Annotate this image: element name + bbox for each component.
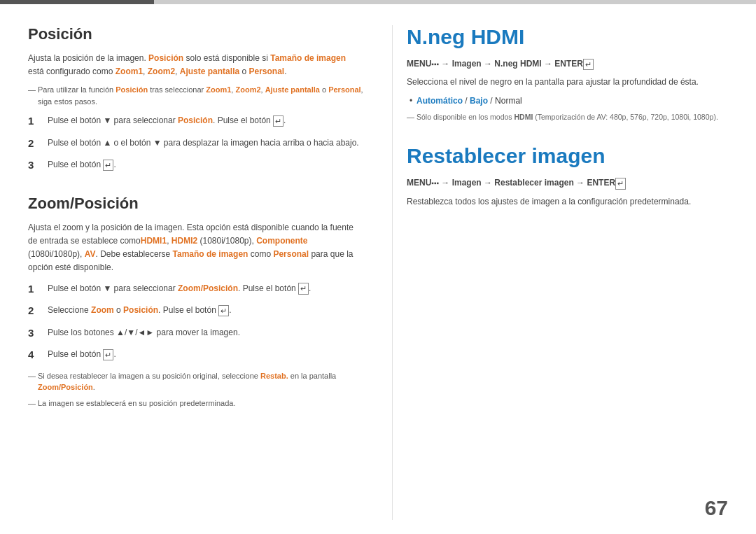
page-container: Posición Ajusta la posición de la imagen… (0, 0, 756, 534)
posicion-section: Posición Ajusta la posición de la imagen… (28, 25, 364, 174)
nneg-menu-line: MENU▪▪▪ → Imagen → N.neg HDMI → ENTER↵ (407, 59, 728, 70)
nneg-note: Sólo disponible en los modos HDMI (Tempo… (407, 111, 728, 123)
zoom-step-text-3: Pulse los botones ▲/▼/◄► para mover la i… (48, 326, 364, 339)
posicion-title: Posición (28, 25, 364, 43)
step-text-2: Pulse el botón ▲ o el botón ▼ para despl… (48, 136, 364, 149)
zoom-step-number-4: 4 (28, 347, 48, 363)
content-area: Posición Ajusta la posición de la imagen… (0, 4, 756, 534)
nneg-hdmi-section: N.neg HDMI MENU▪▪▪ → Imagen → N.neg HDMI… (407, 25, 728, 123)
posicion-note: Para utilizar la función Posición tras s… (28, 84, 364, 107)
step-number-1: 1 (28, 113, 48, 129)
posicion-step-2: 2 Pulse el botón ▲ o el botón ▼ para des… (28, 136, 364, 152)
zoom-step-2: 2 Seleccione Zoom o Posición. Pulse el b… (28, 304, 364, 319)
posicion-intro: Ajusta la posición de la imagen. Posició… (28, 52, 364, 78)
step-text-3: Pulse el botón ↵. (48, 158, 364, 171)
restablecer-description: Restablezca todos los ajustes de imagen … (407, 195, 728, 209)
zoom-step-3: 3 Pulse los botones ▲/▼/◄► para mover la… (28, 326, 364, 342)
step-text-1: Pulse el botón ▼ para seleccionar Posici… (48, 114, 364, 127)
zoom-step-number-3: 3 (28, 325, 48, 342)
restablecer-title: Restablecer imagen (407, 144, 728, 168)
zoom-note-1: Si desea restablecer la imagen a su posi… (28, 370, 364, 393)
zoom-step-number-2: 2 (28, 303, 48, 319)
step-number-2: 2 (28, 136, 48, 152)
nneg-options: Automático / Bajo / Normal (407, 94, 728, 107)
restablecer-section: Restablecer imagen MENU▪▪▪ → Imagen → Re… (407, 144, 728, 208)
posicion-step-3: 3 Pulse el botón ↵. (28, 158, 364, 174)
zoom-step-4: 4 Pulse el botón ↵. (28, 348, 364, 363)
zoom-step-text-4: Pulse el botón ↵. (48, 348, 364, 360)
zoom-posicion-intro: Ajusta el zoom y la posición de la image… (28, 221, 364, 275)
page-number: 67 (705, 496, 728, 520)
zoom-posicion-section: Zoom/Posición Ajusta el zoom y la posici… (28, 195, 364, 409)
step-number-3: 3 (28, 157, 48, 174)
zoom-posicion-steps: 1 Pulse el botón ▼ para seleccionar Zoom… (28, 282, 364, 363)
zoom-posicion-title: Zoom/Posición (28, 195, 364, 213)
posicion-step-1: 1 Pulse el botón ▼ para seleccionar Posi… (28, 114, 364, 129)
right-column: N.neg HDMI MENU▪▪▪ → Imagen → N.neg HDMI… (392, 25, 728, 520)
zoom-step-text-1: Pulse el botón ▼ para seleccionar Zoom/P… (48, 282, 364, 295)
nneg-description: Selecciona el nivel de negro en la panta… (407, 76, 728, 89)
zoom-step-number-1: 1 (28, 281, 48, 297)
zoom-step-text-2: Seleccione Zoom o Posición. Pulse el bot… (48, 304, 364, 316)
restablecer-menu-line: MENU▪▪▪ → Imagen → Restablecer imagen → … (407, 178, 728, 189)
left-column: Posición Ajusta la posición de la imagen… (28, 25, 364, 520)
zoom-step-1: 1 Pulse el botón ▼ para seleccionar Zoom… (28, 282, 364, 297)
zoom-note-2: La imagen se establecerá en su posición … (28, 398, 364, 409)
posicion-steps: 1 Pulse el botón ▼ para seleccionar Posi… (28, 114, 364, 174)
nneg-hdmi-title: N.neg HDMI (407, 25, 728, 49)
